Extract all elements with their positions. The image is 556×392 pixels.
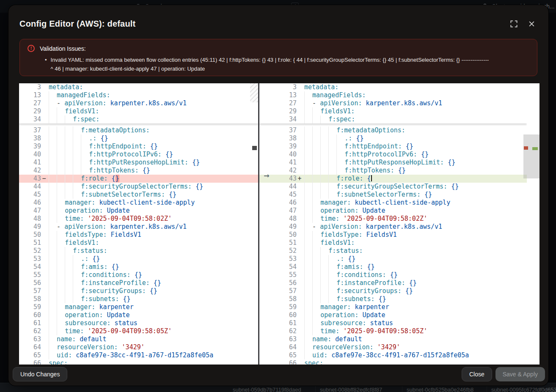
code-line[interactable]: 60 operation: Update [19, 311, 258, 319]
code-line[interactable]: 56 f:instanceProfile: {} [19, 279, 258, 287]
code-line[interactable]: 55 f:conditions: {} [19, 271, 258, 279]
code-line[interactable]: 50 fieldsType: FieldsV1 [19, 231, 258, 239]
code-line[interactable]: 50 fieldsType: FieldsV1 [259, 231, 527, 239]
code-line[interactable]: 61 subresource: status [19, 319, 258, 327]
code-line[interactable]: 51 fieldsV1: [19, 239, 258, 247]
code-line[interactable]: 44 f:securityGroupSelectorTerms: {} [259, 183, 527, 191]
diff-sash[interactable] [258, 83, 259, 365]
code-line[interactable]: 58 f:subnets: {} [259, 295, 527, 303]
code-line[interactable]: 47 operation: Update [259, 207, 527, 215]
code-line[interactable]: 51 fieldsV1: [259, 239, 527, 247]
code-line[interactable]: 29 fieldsV1: [19, 107, 258, 115]
diff-pane-original[interactable]: 3 metadata:13 managedFields:27 - apiVers… [19, 83, 258, 365]
code-line[interactable]: 34 f:spec: [259, 115, 527, 123]
code-line[interactable]: 66 spec: [19, 359, 258, 365]
code-line[interactable]: 39 f:httpEndpoint: {} [19, 143, 258, 151]
code-line[interactable]: 29 fieldsV1: [259, 107, 527, 115]
line-number: 45 [19, 191, 41, 199]
code-line[interactable]: 53 .: {} [259, 255, 527, 263]
line-number: 29 [19, 107, 41, 115]
code-line[interactable]: 61 subresource: status [259, 319, 527, 327]
yaml-diff-editor[interactable]: 3 metadata:13 managedFields:27 - apiVers… [19, 83, 539, 365]
code-line[interactable]: 63 name: default [19, 335, 258, 343]
code-line[interactable]: 38 .: {} [19, 134, 258, 143]
code-line[interactable]: 45 f:subnetSelectorTerms: {} [19, 191, 258, 199]
code-line[interactable]: 40 f:httpProtocolIPv6: {} [19, 151, 258, 159]
diff-sign [41, 327, 47, 335]
code-line[interactable]: 55 f:conditions: {} [259, 271, 527, 279]
code-line[interactable]: 48 time: '2025-09-04T09:58:02Z' [259, 215, 527, 223]
line-number: 27 [259, 99, 297, 107]
code-line[interactable]: 59 manager: karpenter [259, 303, 527, 311]
code-line[interactable]: 34 f:spec: [19, 115, 258, 123]
code-line[interactable]: 37 f:metadataOptions: [259, 126, 527, 134]
code-line[interactable]: 54 f:amis: {} [259, 263, 527, 271]
code-line[interactable]: 13 managedFields: [19, 91, 258, 99]
code-line[interactable]: 46 manager: kubectl-client-side-apply [259, 199, 527, 207]
diff-sign [297, 287, 303, 295]
code-line[interactable]: 46 manager: kubectl-client-side-apply [19, 199, 258, 207]
undo-changes-button[interactable]: Undo Changes [13, 367, 67, 381]
save-apply-button[interactable]: Save & Apply [495, 367, 545, 381]
code-line[interactable]: 44 f:securityGroupSelectorTerms: {} [19, 183, 258, 191]
code-line[interactable]: 57 f:securityGroups: {} [259, 287, 527, 295]
code-line[interactable]: 59 manager: karpenter [19, 303, 258, 311]
code-line[interactable]: 62 time: '2025-09-04T09:58:05Z' [259, 327, 527, 335]
code-line[interactable]: 52 f:status: [259, 247, 527, 255]
code-line[interactable]: 65 uid: c8afe97e-38cc-4f91-a767-d15f2a8f… [19, 351, 258, 359]
code-line[interactable]: 52 f:status: [19, 247, 258, 255]
diff-sign [297, 99, 303, 107]
code-line[interactable]: 27 - apiVersion: karpenter.k8s.aws/v1 [19, 99, 258, 107]
code-line[interactable]: 37 f:metadataOptions: [19, 126, 258, 134]
diff-pane-modified[interactable]: 3 metadata:13 managedFields:27 - apiVers… [259, 83, 527, 365]
code-line[interactable]: 42 f:httpTokens: {} [259, 167, 527, 175]
line-number: 60 [19, 311, 41, 319]
code-line[interactable]: 40 f:httpProtocolIPv6: {} [259, 151, 527, 159]
code-line[interactable]: 47 operation: Update [19, 207, 258, 215]
code-line[interactable]: 62 time: '2025-09-04T09:58:05Z' [19, 327, 258, 335]
line-number: 47 [19, 207, 41, 215]
revert-change-arrow[interactable]: → [262, 172, 271, 180]
code-line[interactable]: 27 - apiVersion: karpenter.k8s.aws/v1 [259, 99, 527, 107]
code-line[interactable]: 57 f:securityGroups: {} [19, 287, 258, 295]
diff-sign [297, 359, 303, 365]
code-line[interactable]: 3 metadata: [19, 83, 258, 91]
code-line[interactable]: 41 f:httpPutResponseHopLimit: {} [259, 159, 527, 167]
code-line[interactable]: 64 resourceVersion: '3429' [259, 343, 527, 351]
diff-sign [41, 215, 47, 223]
code-line[interactable]: 13 managedFields: [259, 91, 527, 99]
line-content: fieldsType: FieldsV1 [303, 231, 527, 239]
line-number: 3 [19, 83, 41, 91]
code-line[interactable]: 38 .: {} [259, 134, 527, 143]
code-line[interactable]: 45 f:subnetSelectorTerms: {} [259, 191, 527, 199]
code-line[interactable]: 66 spec: [259, 359, 527, 365]
expand-button[interactable] [508, 18, 520, 30]
code-line[interactable]: 65 uid: c8afe97e-38cc-4f91-a767-d15f2a8f… [259, 351, 527, 359]
close-icon-button[interactable] [526, 18, 537, 30]
code-line[interactable]: 41 f:httpPutResponseHopLimit: {} [19, 159, 258, 167]
code-line[interactable]: 56 f:instanceProfile: {} [259, 279, 527, 287]
diff-sign [41, 247, 47, 255]
code-line[interactable]: 63 name: default [259, 335, 527, 343]
code-line[interactable]: 64 resourceVersion: '3429' [19, 343, 258, 351]
code-line[interactable]: 43+ f:role: { [259, 175, 527, 183]
overview-ruler[interactable] [523, 83, 539, 365]
code-line[interactable]: 43− f:role: {} [19, 175, 258, 183]
code-line[interactable]: 60 operation: Update [259, 311, 527, 319]
code-line[interactable]: 48 time: '2025-09-04T09:58:02Z' [19, 215, 258, 223]
line-content: f:role: { [303, 175, 527, 183]
code-line[interactable]: 42 f:httpTokens: {} [19, 167, 258, 175]
line-number: 65 [259, 351, 297, 359]
code-line[interactable]: 3 metadata: [259, 83, 527, 91]
diff-sign [41, 239, 47, 247]
code-line[interactable]: 49 - apiVersion: karpenter.k8s.aws/v1 [19, 223, 258, 231]
close-button[interactable]: Close [462, 367, 492, 381]
code-line[interactable]: 54 f:amis: {} [19, 263, 258, 271]
line-number: 55 [259, 271, 297, 279]
scrollbar-thumb[interactable] [523, 134, 539, 178]
code-line[interactable]: 58 f:subnets: {} [19, 295, 258, 303]
code-line[interactable]: 39 f:httpEndpoint: {} [259, 143, 527, 151]
line-number: 66 [19, 359, 41, 365]
code-line[interactable]: 49 - apiVersion: karpenter.k8s.aws/v1 [259, 223, 527, 231]
code-line[interactable]: 53 .: {} [19, 255, 258, 263]
